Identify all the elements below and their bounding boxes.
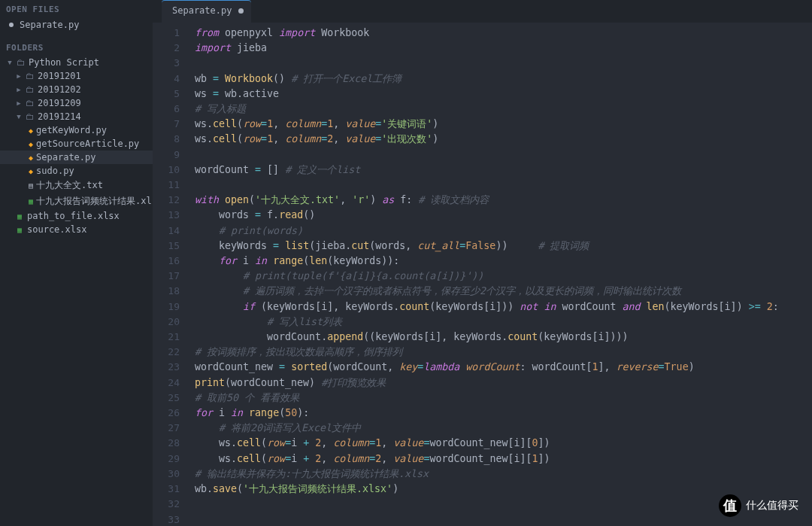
code-line[interactable]: ws.cell(row=1, column=2, value='出现次数') — [195, 132, 812, 147]
file-item[interactable]: ▦source.xlsx — [0, 223, 153, 236]
sidebar: OPEN FILES Separate.py FOLDERS ▼ 🗀 Pytho… — [0, 0, 153, 526]
code-line[interactable]: # 写入list列表 — [195, 315, 812, 330]
line-number: 12 — [153, 193, 180, 208]
code-line[interactable]: # 取前50 个 看看效果 — [195, 391, 812, 406]
python-icon: ◆ — [29, 126, 33, 135]
line-number: 10 — [153, 163, 180, 178]
open-files-header: OPEN FILES — [0, 0, 153, 17]
code-line[interactable]: if (keyWords[i], keyWords.count(keyWords… — [195, 299, 812, 315]
file-item[interactable]: ◆getSourceArticle.py — [0, 137, 153, 151]
code-line[interactable]: # print(tuple(f'{a[i]}{a.count(a[i])}')) — [195, 269, 812, 284]
line-number: 11 — [153, 178, 180, 193]
code-line[interactable] — [195, 147, 812, 163]
folder-item[interactable]: ▶🗀20191201 — [0, 69, 153, 83]
code-line[interactable] — [195, 56, 812, 71]
code-line[interactable]: wordCount_new = sorted(wordCount, key=la… — [195, 360, 812, 375]
line-number: 8 — [153, 132, 180, 147]
code-line[interactable]: # print(words) — [195, 223, 812, 239]
code-area[interactable]: 1234567891011121314151617181920212223242… — [153, 23, 812, 526]
code-line[interactable] — [195, 178, 812, 193]
line-number: 30 — [153, 467, 180, 482]
code-line[interactable]: ws = wb.active — [195, 87, 812, 102]
code-line[interactable]: import jieba — [195, 41, 812, 56]
line-gutter: 1234567891011121314151617181920212223242… — [153, 23, 186, 526]
line-number: 22 — [153, 345, 180, 360]
code-line[interactable]: # 输出结果并保存为:十九大报告词频统计结果.xlsx — [195, 467, 812, 482]
folder-icon: 🗀 — [17, 57, 26, 68]
line-number: 13 — [153, 208, 180, 223]
line-number: 31 — [153, 482, 180, 497]
file-item[interactable]: ◆getKeyWord.py — [0, 123, 153, 137]
code-line[interactable]: words = f.read() — [195, 208, 812, 223]
watermark-text: 什么值得买 — [746, 499, 798, 512]
line-number: 33 — [153, 512, 180, 527]
folder-icon: 🗀 — [26, 98, 35, 108]
folder-root[interactable]: ▼ 🗀 Python Script — [0, 56, 153, 69]
folder-item[interactable]: ▼🗀20191214 — [0, 110, 153, 123]
file-label: Separate.py — [20, 20, 79, 30]
chevron-down-icon: ▼ — [15, 113, 23, 120]
line-number: 28 — [153, 436, 180, 451]
folder-item[interactable]: ▶🗀20191209 — [0, 96, 153, 110]
tab-label: Separate.py — [172, 5, 232, 16]
tab-separate[interactable]: Separate.py — [162, 0, 251, 23]
code-line[interactable]: from openpyxl import Workbook — [195, 26, 812, 41]
code-line[interactable]: ws.cell(row=i + 2, column=1, value=wordC… — [195, 436, 812, 451]
code-line[interactable]: # 将前20词语写入Excel文件中 — [195, 421, 812, 436]
file-item[interactable]: ▤十九大全文.txt — [0, 178, 153, 193]
code-line[interactable]: wordCount.append((keyWords[i], keyWords.… — [195, 330, 812, 345]
line-number: 20 — [153, 315, 180, 330]
file-label: sudo.py — [36, 166, 74, 176]
tab-bar: Separate.py — [153, 0, 812, 23]
line-number: 21 — [153, 330, 180, 345]
line-number: 18 — [153, 284, 180, 299]
file-label: 十九大全文.txt — [36, 179, 103, 192]
watermark-icon: 值 — [719, 494, 741, 517]
file-item[interactable]: ▦path_to_file.xlsx — [0, 209, 153, 223]
line-number: 23 — [153, 360, 180, 375]
code-line[interactable]: print(wordCount_new) #打印预览效果 — [195, 375, 812, 391]
modified-dot-icon — [9, 23, 14, 27]
code-line[interactable]: wordCount = [] # 定义一个list — [195, 163, 812, 178]
folder-label: Python Script — [29, 57, 99, 68]
watermark: 值 什么值得买 — [719, 494, 798, 517]
code-line[interactable]: # 遍历词频，去掉一个汉字的或者标点符号，保存至少2个汉字，以及更长的词频，同时… — [195, 284, 812, 299]
code-line[interactable]: ws.cell(row=1, column=1, value='关键词语') — [195, 117, 812, 132]
folder-label: 20191214 — [38, 111, 81, 122]
folder-icon: 🗀 — [26, 84, 35, 95]
file-item[interactable]: ▦十九大报告词频统计结果.xlsx — [0, 193, 153, 209]
folder-item[interactable]: ▶🗀20191202 — [0, 83, 153, 96]
line-number: 29 — [153, 452, 180, 467]
line-number: 17 — [153, 269, 180, 284]
python-icon: ◆ — [29, 154, 33, 162]
file-label: 十九大报告词频统计结果.xlsx — [36, 195, 153, 208]
code-line[interactable]: # 按词频排序，按出现次数最高顺序，倒序排列 — [195, 345, 812, 360]
chevron-down-icon: ▼ — [6, 59, 14, 66]
code-line[interactable]: for i in range(50): — [195, 406, 812, 421]
file-label: Separate.py — [36, 152, 95, 163]
line-number: 15 — [153, 239, 180, 254]
python-icon: ◆ — [29, 167, 33, 175]
excel-icon: ▦ — [15, 212, 24, 220]
chevron-right-icon: ▶ — [15, 99, 23, 107]
line-number: 19 — [153, 299, 180, 315]
line-number: 4 — [153, 71, 180, 87]
code-line[interactable]: keyWords = list(jieba.cut(words, cut_all… — [195, 239, 812, 254]
file-item[interactable]: ◆Separate.py — [0, 151, 153, 164]
code-line[interactable]: ws.cell(row=i + 2, column=2, value=wordC… — [195, 452, 812, 467]
code-line[interactable]: wb = Workbook() # 打开一个Excel工作簿 — [195, 71, 812, 87]
code-line[interactable]: with open('十九大全文.txt', 'r') as f: # 读取文档… — [195, 193, 812, 208]
python-icon: ◆ — [29, 140, 33, 148]
open-file-item[interactable]: Separate.py — [0, 17, 153, 32]
code-line[interactable]: # 写入标题 — [195, 102, 812, 117]
line-number: 5 — [153, 87, 180, 102]
file-label: getKeyWord.py — [36, 125, 107, 135]
folder-label: 20191201 — [38, 71, 81, 81]
code-content[interactable]: from openpyxl import Workbookimport jieb… — [186, 23, 812, 526]
folder-icon: 🗀 — [26, 111, 35, 122]
line-number: 16 — [153, 254, 180, 269]
folder-label: 20191202 — [38, 84, 81, 95]
code-line[interactable]: for i in range(len(keyWords)): — [195, 254, 812, 269]
file-item[interactable]: ◆sudo.py — [0, 164, 153, 178]
line-number: 2 — [153, 41, 180, 56]
